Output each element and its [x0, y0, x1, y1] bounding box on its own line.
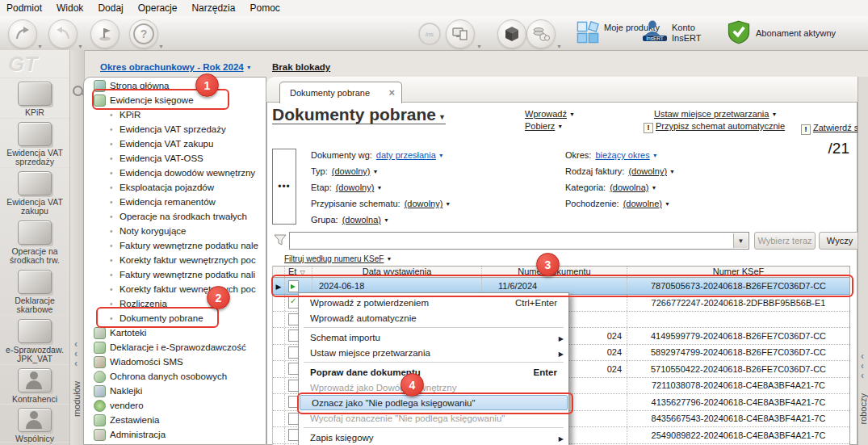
tree-item-vendero[interactable]: vendero — [84, 398, 266, 413]
sidebar-module-partial[interactable] — [0, 442, 69, 445]
wybierz-teraz-button[interactable]: Wybierz teraz — [754, 232, 816, 250]
tree-item-faktury-naliczone[interactable]: Faktury wewnętrzne podatku nali — [84, 267, 266, 282]
tree-item-operacje-srodki[interactable]: Operacje na środkach trwałych — [84, 209, 266, 224]
products-tiles-icon[interactable] — [577, 21, 599, 44]
menu-operacje[interactable]: Operacje — [138, 2, 178, 14]
tree-item-strona-glowna[interactable]: Strona główna — [84, 78, 266, 93]
ins-badge-icon[interactable]: ins — [418, 23, 441, 45]
tree-item-ochrona-danych[interactable]: Ochrona danych osobowych — [84, 369, 266, 384]
menu-item-wprowadz-automatycznie[interactable]: Wprowadź automatycznie — [299, 310, 568, 325]
cursor-arrow-caret-icon[interactable] — [37, 44, 43, 49]
sort-icon[interactable] — [300, 267, 304, 278]
filter-value-link[interactable]: (dowolna) — [610, 183, 656, 192]
wyczysc-button[interactable]: Wyczy — [819, 232, 861, 250]
menu-pomoc[interactable]: Pomoc — [249, 2, 279, 14]
tree-item-remanenty[interactable]: Ewidencja remanentów — [84, 195, 266, 209]
tree-item-deklaracje[interactable]: Deklaracje i e-Sprawozdawczość — [84, 340, 266, 355]
filter-combobox[interactable] — [289, 232, 749, 250]
filter-value-link[interactable]: (dowolna) — [342, 215, 389, 225]
tree-item-korekty-1[interactable]: Korekty faktur wewnętrznych poc — [84, 253, 266, 267]
page-title[interactable]: Dokumenty pobrane — [272, 105, 446, 124]
tree-item-vat-sprzedazy[interactable]: Ewidencja VAT sprzedaży — [84, 122, 266, 136]
tree-item-rozliczenia[interactable]: Rozliczenia — [84, 296, 266, 311]
sidebar-module-wspolnicy[interactable]: Wspólnicy — [0, 404, 69, 442]
menu-narzedzia[interactable]: Narzędzia — [191, 2, 235, 14]
header-data-wystawienia[interactable]: Data wystawienia — [312, 267, 482, 277]
workspace-splitter-strip[interactable]: roboczy — [858, 77, 868, 445]
table-header[interactable]: Et Data wystawienia Numer dokumentu Nume… — [273, 267, 849, 278]
filter-value-link[interactable]: daty przesłania — [376, 150, 444, 160]
tree-item-faktury-nalezne[interactable]: Faktury wewnętrzne podatku nale — [84, 238, 266, 253]
ksef-filter-link[interactable]: Filtruj według numeru KSeF — [284, 254, 392, 263]
wprowadz-link[interactable]: Wprowadź — [525, 109, 575, 119]
tab-dokumenty-pobrane[interactable]: Dokumenty pobrane — [279, 82, 402, 103]
sidebar-module-vat-sprzedazy[interactable]: Ewidencja VAT sprzedaży — [0, 118, 69, 167]
collapse-right-chevrons-icon[interactable] — [861, 351, 864, 380]
cloud-database-button[interactable] — [526, 19, 556, 48]
menu-item-ustaw-miejsce[interactable]: Ustaw miejsce przetwarzania — [299, 345, 568, 360]
sidebar-module-jpk[interactable]: e-Sprawozdaw. JPK_VAT — [0, 315, 69, 364]
help-button[interactable]: ? — [129, 19, 158, 48]
menu-item-oznacz-nie-podlega[interactable]: Oznacz jako "Nie podlega księgowaniu" — [300, 395, 568, 410]
tree-item-kpir[interactable]: KPiR — [84, 107, 266, 122]
tree-item-sms[interactable]: Wiadomości SMS — [84, 355, 266, 369]
tab-close-icon[interactable] — [388, 89, 395, 97]
menu-dodaj[interactable]: Dodaj — [98, 2, 123, 14]
send-arrow-caret-icon[interactable] — [78, 44, 83, 49]
tree-item-zestawienia[interactable]: Zestawienia — [84, 413, 266, 427]
menu-widok[interactable]: Widok — [57, 2, 83, 14]
filter-value-link[interactable]: (dowolny) — [405, 199, 451, 208]
tree-item-eksploatacja[interactable]: Eksploatacja pojazdów — [84, 180, 266, 195]
pobierz-caret-icon — [557, 121, 563, 131]
cloud-caret-icon[interactable] — [556, 44, 562, 49]
sidebar-module-srodki-trwale[interactable]: Operacje na środkach trw. — [0, 216, 69, 266]
ustaw-miejsce-link[interactable]: Ustaw miejsce przetwarzania — [654, 109, 777, 119]
lock-status-link[interactable]: Brak blokady — [272, 62, 330, 72]
filter-value-link[interactable]: (dowolny) — [336, 183, 383, 192]
przypisz-schemat-link[interactable]: Przypisz schemat automatycznie — [644, 121, 785, 133]
tree-item-administracja[interactable]: Administracja — [84, 427, 266, 442]
tree-item-vat-zakupu[interactable]: Ewidencja VAT zakupu — [84, 136, 266, 151]
collapse-left-chevrons-icon[interactable] — [74, 339, 78, 368]
flag-button[interactable] — [90, 19, 120, 48]
vat-purchase-icon — [18, 171, 52, 195]
gt-logo: GT — [0, 50, 69, 78]
sidebar-module-kontrahenci[interactable]: Kontrahenci — [0, 364, 69, 405]
workstation-button[interactable] — [446, 19, 475, 48]
menu-item-zapis-ksiegowy[interactable]: Zapis księgowy — [299, 430, 568, 445]
header-et[interactable]: Et — [285, 267, 312, 277]
filter-value-link[interactable]: bieżący okres — [595, 150, 657, 160]
help-caret-icon[interactable] — [158, 44, 164, 49]
tree-item-noty[interactable]: Noty korygujące — [84, 224, 266, 238]
sidebar-module-vat-zakupu[interactable]: Ewidencja VAT zakupu — [0, 167, 69, 216]
sidebar-module-kpir[interactable]: KPiR — [0, 78, 69, 118]
menu-item-popraw-dane[interactable]: Popraw dane dokumentu Enter — [299, 364, 568, 380]
filter-value-link[interactable]: (dowolny) — [332, 166, 379, 176]
cursor-arrow-button[interactable] — [8, 19, 37, 48]
search-icon[interactable] — [73, 86, 83, 96]
workstation-caret-icon[interactable] — [476, 44, 482, 49]
combobox-dropdown-icon[interactable] — [733, 233, 748, 248]
tree-item-dokumenty-pobrane[interactable]: Dokumenty pobrane — [84, 311, 266, 325]
insert-account-icon[interactable]: InsERT — [643, 20, 667, 41]
cube-button[interactable] — [497, 19, 526, 48]
menu-podmiot[interactable]: Podmiot — [6, 2, 42, 14]
tree-item-vat-oss[interactable]: Ewidencja VAT-OSS — [84, 151, 266, 166]
pobierz-link[interactable]: Pobierz — [525, 121, 563, 131]
send-arrow-button[interactable] — [48, 19, 78, 48]
menu-item-wprowadz-z-potwierdzeniem[interactable]: Wprowadź z potwierdzeniem Ctrl+Enter — [299, 295, 568, 310]
header-numer-ksef[interactable]: Numer KSeF — [627, 267, 849, 277]
tree-item-korekty-2[interactable]: Korekty faktur wewnętrznych poc — [84, 282, 266, 296]
menu-item-schemat-importu[interactable]: Schemat importu — [299, 330, 568, 345]
tree-item-dowody-wewnetrzne[interactable]: Ewidencja dowodów wewnętrzny — [84, 166, 266, 180]
sidebar-module-deklaracje[interactable]: Deklaracje skarbowe — [0, 266, 69, 315]
konto-insert-button[interactable]: Konto InsERT — [672, 23, 723, 44]
tree-item-ewidencje-ksiegowe[interactable]: Ewidencje księgowe — [84, 93, 266, 107]
filter-value-link[interactable]: (dowolne) — [623, 199, 670, 208]
tree-item-naklejki[interactable]: Naklejki — [84, 384, 266, 398]
zatwierdz-link[interactable]: Zatwierdź s — [801, 123, 858, 135]
filter-value-link[interactable]: (dowolny) — [628, 166, 675, 176]
tree-item-kartoteki[interactable]: Kartoteki — [84, 325, 266, 340]
more-options-button[interactable]: ••• — [272, 149, 296, 225]
period-selector-link[interactable]: Okres obrachunkowy - Rok 2024 — [100, 62, 252, 72]
